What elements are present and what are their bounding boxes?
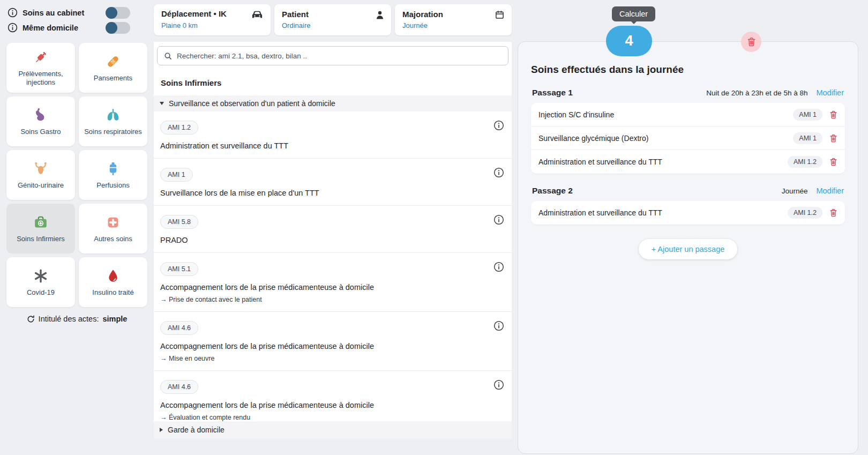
section-label: Surveillance et observation d'un patient… [169, 99, 335, 108]
act-sublabel: → Mise en oeuvre [160, 355, 485, 362]
summary-row-code: AMI 1.2 [788, 156, 822, 168]
car-icon [251, 10, 263, 19]
person-icon [376, 11, 384, 19]
delete-item-button[interactable] [829, 208, 837, 217]
delete-item-button[interactable] [829, 110, 837, 119]
syringe-icon [33, 49, 49, 66]
category-label: Pansements [94, 74, 132, 83]
majoration-title: Majoration [402, 10, 443, 19]
deplacement-card[interactable]: Déplacement • IK Plaine 0 km [154, 4, 271, 35]
act-row[interactable]: AMI 5.1 Accompagnement lors de la prise … [154, 253, 512, 312]
act-row[interactable]: AMI 1 Surveillance lors de la mise en pl… [154, 159, 512, 206]
summary-title: Soins effectués dans la journée [531, 64, 845, 76]
category-label: Insulino traité [92, 288, 133, 297]
summary-row-label: Surveillance glycémique (Dextro) [538, 134, 793, 143]
summary-row-label: Administration et surveillance du TTT [538, 208, 788, 217]
act-row[interactable]: AMI 4.6 Accompagnement lors de la prise … [154, 312, 512, 371]
act-row[interactable]: AMI 1.2 Administration et surveillance d… [154, 111, 512, 159]
act-code-badge: AMI 1.2 [160, 121, 198, 135]
passage-schedule: Nuit de 20h à 23h et de 5h à 8h [706, 89, 807, 97]
category-label: Perfusions [96, 181, 129, 190]
delete-item-button[interactable] [829, 134, 837, 143]
act-label: Accompagnement lors de la prise médicame… [160, 342, 485, 350]
plus-square-icon [105, 214, 121, 231]
info-icon[interactable] [8, 23, 18, 33]
meme-domicile-toggle[interactable] [106, 22, 130, 34]
option-cards: Déplacement • IK Plaine 0 km Patient Ord… [154, 4, 512, 35]
summary-row-label: Administration et surveillance du TTT [538, 158, 788, 166]
acts-title-mode-switcher[interactable]: Intitulé des actes: simple [0, 315, 154, 323]
sidebar-item-autres-soins[interactable]: Autres soins [79, 204, 147, 253]
act-label: Surveillance lors de la mise en place d'… [160, 189, 485, 197]
info-icon[interactable] [493, 214, 504, 225]
modify-passage-2-link[interactable]: Modifier [816, 187, 844, 195]
lungs-icon [105, 107, 121, 124]
section-surveillance[interactable]: Surveillance et observation d'un patient… [154, 95, 512, 111]
act-label: Administration et surveillance du TTT [160, 141, 485, 150]
add-passage-button[interactable]: + Ajouter un passage [639, 239, 738, 259]
sidebar-item-pansements[interactable]: Pansements [79, 43, 147, 93]
passage-1-header: Passage 1 Nuit de 20h à 23h et de 5h à 8… [532, 88, 844, 98]
info-icon[interactable] [493, 120, 504, 131]
sidebar-item-covid-19[interactable]: Covid-19 [6, 257, 75, 307]
section-label: Garde à domicile [168, 426, 225, 434]
act-code-badge: AMI 5.8 [160, 215, 198, 229]
category-label: Autres soins [94, 235, 132, 243]
sidebar-item-insulino-traite[interactable]: Insulino traité [79, 257, 147, 307]
refresh-icon [27, 315, 35, 323]
clear-all-button[interactable] [741, 32, 761, 52]
patient-value: Ordinaire [282, 21, 384, 29]
info-icon[interactable] [493, 379, 504, 390]
page-title: Soins Infirmiers [161, 78, 512, 87]
majoration-card[interactable]: Majoration Journée [395, 4, 512, 35]
act-label: Accompagnement lors de la prise médicame… [160, 283, 485, 292]
iv-bag-icon [105, 160, 121, 177]
summary-row: Administration et surveillance du TTT AM… [531, 150, 845, 174]
trash-icon [747, 37, 756, 47]
search-icon [164, 52, 172, 60]
summary-row-code: AMI 1 [793, 109, 822, 121]
summary-row-code: AMI 1.2 [788, 207, 822, 219]
acts-list: AMI 1.2 Administration et surveillance d… [154, 111, 512, 429]
toggle-row-soins-au-cabinet: Soins au cabinet [8, 6, 130, 19]
passage-2-header: Passage 2 Journée Modifier [532, 186, 844, 196]
passage-1-items: Injection S/C d'insuline AMI 1 Surveilla… [531, 103, 845, 174]
summary-row: Surveillance glycémique (Dextro) AMI 1 [531, 126, 845, 150]
toggle-knob [106, 7, 117, 19]
calendar-icon [495, 10, 504, 19]
modify-passage-1-link[interactable]: Modifier [816, 88, 844, 97]
sidebar-item-perfusions[interactable]: Perfusions [79, 150, 147, 200]
act-row[interactable]: AMI 5.8 PRADO [154, 206, 512, 253]
toggle-label: Soins au cabinet [23, 9, 84, 17]
medical-bag-icon [32, 214, 49, 231]
sidebar-item-soins-gastro[interactable]: Soins Gastro [6, 96, 75, 146]
info-icon[interactable] [493, 167, 504, 178]
summary-row-code: AMI 1 [793, 132, 822, 144]
uterus-icon [32, 160, 49, 177]
sidebar-item-genito-urinaire[interactable]: Génito-urinaire [6, 150, 75, 200]
calculate-button[interactable]: 4 [606, 26, 652, 56]
search-input[interactable] [177, 52, 502, 60]
section-garde-a-domicile[interactable]: Garde à domicile [154, 421, 512, 438]
act-label: PRADO [160, 236, 485, 244]
delete-item-button[interactable] [829, 158, 837, 166]
info-icon[interactable] [8, 8, 18, 18]
chevron-down-icon [160, 102, 164, 105]
patient-card[interactable]: Patient Ordinaire [274, 4, 391, 35]
info-icon[interactable] [493, 262, 504, 272]
soins-au-cabinet-toggle[interactable] [106, 7, 130, 19]
act-row[interactable]: AMI 4.6 Accompagnement lors de la prise … [154, 371, 512, 429]
passage-2-items: Administration et surveillance du TTT AM… [531, 201, 845, 225]
info-icon[interactable] [493, 320, 504, 331]
sidebar-item-soins-infirmiers[interactable]: Soins Infirmiers [6, 204, 75, 253]
stomach-icon [33, 107, 49, 124]
act-code-badge: AMI 5.1 [160, 262, 198, 276]
summary-row: Injection S/C d'insuline AMI 1 [531, 103, 845, 126]
category-label: Soins Gastro [20, 128, 61, 136]
sidebar-item-soins-respiratoires[interactable]: Soins respiratoires [79, 96, 147, 146]
act-code-badge: AMI 1 [160, 168, 193, 182]
sidebar-item-prelevements-injections[interactable]: Prélèvements, injections [6, 43, 75, 93]
day-summary-panel: Calculer 4 Soins effectués dans la journ… [518, 41, 858, 454]
summary-row-label: Injection S/C d'insuline [538, 110, 793, 119]
category-label: Covid-19 [27, 288, 55, 297]
